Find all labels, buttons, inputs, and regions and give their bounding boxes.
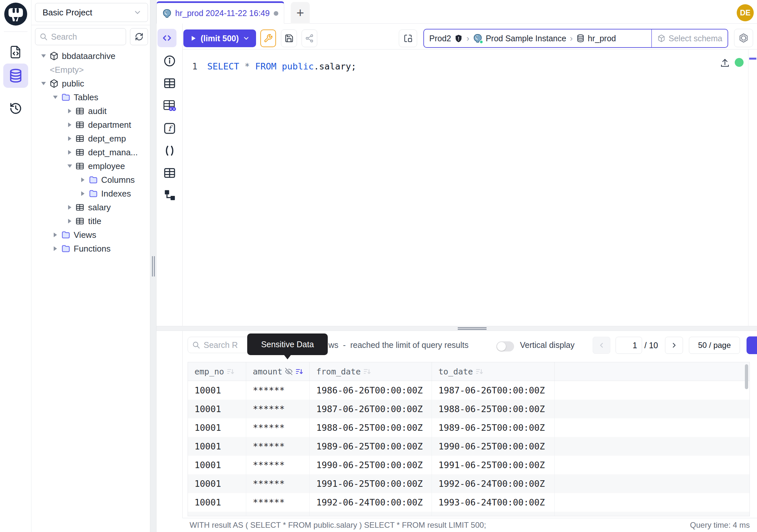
panel-splitter-vertical[interactable] [150, 0, 157, 532]
schema-cube-icon [49, 51, 59, 61]
table-row[interactable]: 10001******1988-06-25T00:00:00Z1989-06-2… [188, 418, 749, 437]
table-row[interactable]: 10001******1986-06-26T00:00:00Z1987-06-2… [188, 381, 749, 400]
upload-icon[interactable] [720, 58, 730, 68]
avatar[interactable]: DE [737, 4, 754, 21]
sort-icon[interactable] [475, 367, 483, 375]
schema-diagram-icon[interactable] [164, 189, 176, 201]
caret-right-icon[interactable] [66, 150, 73, 155]
tree-item-department[interactable]: department [31, 118, 150, 132]
tree-item-bbdataarchive[interactable]: bbdataarchive [31, 49, 150, 63]
tree-item-audit[interactable]: audit [31, 104, 150, 118]
caret-down-icon[interactable] [52, 96, 59, 99]
panel-splitter-horizontal[interactable] [157, 326, 757, 331]
export-button[interactable] [746, 336, 757, 354]
share-button[interactable] [302, 29, 317, 47]
table-panel-icon[interactable] [163, 167, 176, 179]
sort-icon[interactable] [295, 367, 303, 375]
editor-line[interactable]: 1 SELECT * FROM public.salary; [182, 59, 356, 73]
tree-item-dept-mana-[interactable]: dept_mana... [31, 145, 150, 159]
rail-item-history[interactable] [3, 96, 28, 121]
caret-right-icon[interactable] [66, 219, 73, 223]
chevron-left-icon [597, 341, 605, 349]
table-row[interactable]: 10001******1993-06-24T00:00:00Z1994-06-2… [188, 512, 749, 516]
table-scrollbar[interactable] [745, 364, 748, 389]
splitter-drag-handle[interactable] [458, 327, 487, 330]
new-tab-button[interactable]: + [291, 2, 310, 24]
vertical-display-toggle[interactable] [497, 341, 514, 352]
caret-down-icon[interactable] [40, 54, 47, 58]
function-icon[interactable]: f [163, 122, 176, 135]
info-icon[interactable] [163, 54, 176, 68]
tree-item-salary[interactable]: salary [31, 201, 150, 214]
ai-assistant-button[interactable] [734, 29, 753, 47]
connection-breadcrumb[interactable]: Prod2 › Prod Sample Instance › hr_prod S… [423, 29, 728, 48]
column-header-from_date[interactable]: from_date [310, 362, 432, 381]
caret-right-icon[interactable] [52, 246, 59, 251]
editor-minimap[interactable] [748, 49, 757, 326]
previous-page-button[interactable] [592, 337, 610, 354]
column-header-emp_no[interactable]: emp_no [188, 362, 246, 381]
table-row[interactable]: 10001******1992-06-24T00:00:00Z1993-06-2… [188, 493, 749, 512]
toggle-knob [497, 342, 506, 351]
tree-item--empty-[interactable]: <Empty> [31, 63, 150, 77]
batch-query-button[interactable] [399, 29, 417, 47]
tree-item-functions[interactable]: Functions [31, 242, 150, 256]
tree-item-label: audit [88, 106, 106, 116]
rail-item-worksheet[interactable] [3, 40, 28, 64]
tree-item-public[interactable]: public [31, 77, 150, 90]
caret-down-icon[interactable] [40, 82, 47, 85]
table-panel-icon[interactable] [163, 77, 176, 90]
sort-icon[interactable] [363, 367, 371, 375]
splitter-drag-handle[interactable] [152, 256, 155, 276]
run-query-button[interactable]: (limit 500) [183, 29, 256, 47]
rail-item-database[interactable] [3, 64, 28, 88]
caret-right-icon[interactable] [66, 122, 73, 127]
table-icon [75, 107, 84, 116]
tree-item-label: Indexes [101, 189, 131, 199]
results-table-body: 10001******1986-06-26T00:00:00Z1987-06-2… [188, 381, 749, 516]
schema-tree: bbdataarchive<Empty>publicTablesauditdep… [31, 49, 150, 256]
table-row[interactable]: 10001******1991-06-25T00:00:00Z1992-06-2… [188, 474, 749, 493]
caret-right-icon[interactable] [66, 136, 73, 141]
schema-select[interactable]: Select schema [651, 29, 722, 47]
caret-right-icon[interactable] [66, 109, 73, 113]
table-row[interactable]: 10001******1987-06-26T00:00:00Z1988-06-2… [188, 400, 749, 418]
masked-data-icon[interactable] [163, 99, 176, 113]
column-header-to_date[interactable]: to_date [432, 362, 555, 381]
table-cell: 1990-06-25T00:00:00Z [310, 456, 432, 474]
next-page-button[interactable] [665, 337, 683, 354]
table-cell: 1994-06-24T00:00:00Z [432, 512, 555, 516]
tree-search-input[interactable] [51, 32, 117, 42]
parentheses-icon[interactable] [163, 144, 176, 157]
caret-down-icon[interactable] [66, 165, 73, 168]
tree-item-views[interactable]: Views [31, 228, 150, 242]
tab-worksheet[interactable]: hr_prod 2024-11-22 16:49 [157, 1, 284, 24]
project-select[interactable]: Basic Project [35, 3, 148, 22]
sort-icon[interactable] [227, 367, 234, 375]
page-size-select[interactable]: 50 / page [689, 337, 740, 354]
save-button[interactable] [281, 29, 297, 47]
column-header-amount[interactable]: amount [246, 362, 310, 381]
table-cell: 1989-06-25T00:00:00Z [432, 418, 555, 437]
query-options-button[interactable] [260, 29, 276, 47]
table-row[interactable]: 10001******1990-06-25T00:00:00Z1991-06-2… [188, 456, 749, 474]
tree-item-indexes[interactable]: Indexes [31, 187, 150, 201]
postgresql-icon [162, 9, 172, 18]
tree-item-columns[interactable]: Columns [31, 173, 150, 187]
caret-right-icon[interactable] [66, 205, 73, 210]
tree-refresh-button[interactable] [130, 28, 148, 45]
table-row[interactable]: 10001******1989-06-25T00:00:00Z1990-06-2… [188, 437, 749, 456]
tree-item-dept-emp[interactable]: dept_emp [31, 132, 150, 145]
tree-item-tables[interactable]: Tables [31, 90, 150, 104]
caret-right-icon[interactable] [52, 233, 59, 237]
caret-right-icon[interactable] [79, 191, 86, 196]
bytebase-logo-icon[interactable] [4, 3, 27, 25]
tree-item-title[interactable]: title [31, 214, 150, 228]
page-number-input[interactable]: 1 [616, 337, 642, 354]
rail-divider [4, 31, 27, 32]
code-panel-button[interactable] [158, 29, 176, 47]
folder-icon-wrap [88, 189, 98, 199]
tree-item-employee[interactable]: employee [31, 159, 150, 173]
caret-right-icon[interactable] [79, 177, 86, 182]
unsaved-dot [274, 11, 278, 16]
